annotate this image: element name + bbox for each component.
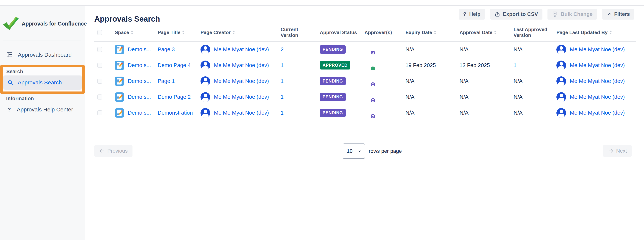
row-checkbox[interactable] — [97, 47, 102, 52]
approval-status-cell: APPROVED — [317, 61, 362, 70]
page-title-link[interactable]: Page 3 — [158, 46, 175, 52]
current-version-value[interactable]: 1 — [281, 94, 284, 100]
sidebar-item-help-center[interactable]: ? Approvals Help Center — [0, 104, 85, 114]
updated-by-link[interactable]: Me Me Myat Noe (dev) — [570, 46, 625, 52]
page-creator-cell: Me Me Myat Noe (dev) — [198, 60, 278, 70]
arrow-up-right-icon — [606, 12, 612, 16]
last-approved-version-cell: 1 — [510, 62, 554, 68]
section-label-search: Search — [6, 69, 23, 74]
page-creator-cell: Me Me Myat Noe (dev) — [198, 45, 278, 54]
dashboard-icon — [6, 52, 13, 58]
last-approved-version[interactable]: N/A — [514, 110, 522, 116]
approval-date-cell: N/A — [456, 78, 510, 84]
current-version-value[interactable]: 1 — [281, 110, 284, 116]
updated-by-avatar — [556, 108, 566, 118]
presence-badge — [371, 82, 375, 86]
sort-icon — [131, 30, 134, 34]
export-csv-button[interactable]: Export to CSV — [490, 9, 542, 20]
page-title-link[interactable]: Page 1 — [158, 78, 175, 84]
creator-link[interactable]: Me Me Myat Noe (dev) — [214, 110, 269, 116]
space-link[interactable]: Demo s... — [128, 62, 151, 68]
bulk-change-button[interactable]: Bulk Change — [548, 9, 597, 20]
approver-avatar[interactable] — [364, 60, 374, 70]
approver-avatar[interactable] — [364, 92, 374, 102]
creator-avatar — [200, 60, 210, 70]
space-icon — [115, 76, 124, 86]
current-version-value[interactable]: 2 — [281, 46, 284, 52]
column-header-page-title[interactable]: Page Title — [155, 30, 198, 36]
status-badge: PENDING — [320, 109, 346, 117]
approver-avatar[interactable] — [364, 76, 374, 86]
search-section-highlight: Search Approvals Search — [0, 65, 84, 94]
sidebar-item-approvals-dashboard[interactable]: Approvals Dashboard — [0, 50, 85, 60]
rows-per-page-select[interactable]: 10 — [343, 144, 365, 159]
column-header-page-creator[interactable]: Page Creator — [198, 30, 278, 36]
last-approved-version[interactable]: 1 — [514, 62, 516, 68]
page-last-updated-by-cell: Me Me Myat Noe (dev) — [554, 76, 636, 86]
last-approved-version[interactable]: N/A — [514, 46, 522, 52]
updated-by-link[interactable]: Me Me Myat Noe (dev) — [570, 94, 625, 100]
approver-avatar[interactable] — [364, 45, 374, 54]
column-header-approvers: Approver(s) — [362, 30, 402, 36]
creator-link[interactable]: Me Me Myat Noe (dev) — [214, 62, 269, 68]
row-checkbox[interactable] — [97, 94, 102, 100]
last-approved-version-cell: N/A — [510, 110, 554, 116]
page-title-link[interactable]: Demo Page 2 — [158, 94, 191, 100]
last-approved-version-cell: N/A — [510, 94, 554, 100]
filters-button[interactable]: Filters — [602, 9, 634, 20]
next-button[interactable]: Next — [603, 145, 632, 157]
select-all-checkbox[interactable] — [97, 30, 102, 35]
creator-link[interactable]: Me Me Myat Noe (dev) — [214, 46, 269, 52]
table-row: Demo s... Demonstration Me Me Myat Noe (… — [94, 105, 636, 121]
expiry-date: N/A — [406, 78, 414, 84]
row-select-cell — [94, 47, 112, 52]
page-title-link[interactable]: Demonstration — [158, 110, 193, 116]
expiry-date-cell: N/A — [402, 94, 456, 100]
updated-by-link[interactable]: Me Me Myat Noe (dev) — [570, 78, 625, 84]
page-creator-cell: Me Me Myat Noe (dev) — [198, 92, 278, 102]
space-link[interactable]: Demo s... — [128, 78, 151, 84]
help-button[interactable]: ? Help — [458, 9, 485, 20]
row-checkbox[interactable] — [97, 79, 102, 84]
column-header-expiry-date[interactable]: Expiry Date — [402, 30, 456, 36]
space-link[interactable]: Demo s... — [128, 110, 151, 116]
column-header-approval-date[interactable]: Approval Date — [456, 30, 510, 36]
previous-button[interactable]: Previous — [94, 145, 132, 157]
row-checkbox[interactable] — [97, 63, 102, 68]
last-approved-version[interactable]: N/A — [514, 78, 522, 84]
rows-per-page: 10 rows per page — [343, 144, 402, 159]
column-header-page-last-updated-by[interactable]: Page Last Updated By — [554, 30, 636, 36]
select-all-cell — [94, 30, 112, 35]
sort-icon — [434, 30, 436, 34]
sort-icon — [182, 30, 185, 34]
top-divider — [0, 0, 644, 6]
sidebar-item-label: Approvals Dashboard — [18, 52, 72, 58]
status-badge: PENDING — [320, 45, 346, 54]
presence-badge — [371, 98, 375, 102]
current-version-value[interactable]: 1 — [281, 78, 284, 84]
sort-icon — [232, 30, 235, 34]
selected-value: 10 — [347, 148, 352, 154]
current-version-cell: 1 — [278, 62, 317, 68]
updated-by-link[interactable]: Me Me Myat Noe (dev) — [570, 110, 625, 116]
creator-link[interactable]: Me Me Myat Noe (dev) — [214, 78, 269, 84]
space-link[interactable]: Demo s... — [128, 94, 151, 100]
approver-avatar[interactable] — [364, 108, 374, 118]
row-checkbox[interactable] — [97, 110, 102, 115]
page-title-cell: Page 1 — [155, 78, 198, 84]
updated-by-link[interactable]: Me Me Myat Noe (dev) — [570, 62, 625, 68]
creator-avatar — [200, 92, 210, 102]
updated-by-avatar — [556, 76, 566, 86]
creator-link[interactable]: Me Me Myat Noe (dev) — [214, 94, 269, 100]
presence-badge — [371, 66, 375, 70]
space-icon — [115, 108, 124, 118]
space-link[interactable]: Demo s... — [128, 46, 151, 52]
last-approved-version-cell: N/A — [510, 46, 554, 52]
sidebar-item-approvals-search[interactable]: Approvals Search — [3, 76, 82, 90]
approvals-table: Space Page Title Page Creator Current Ve… — [94, 24, 636, 121]
column-header-space[interactable]: Space — [112, 30, 155, 36]
question-icon: ? — [8, 106, 11, 113]
page-title-link[interactable]: Demo Page 4 — [158, 62, 191, 68]
last-approved-version[interactable]: N/A — [514, 94, 522, 100]
current-version-value[interactable]: 1 — [281, 62, 284, 68]
